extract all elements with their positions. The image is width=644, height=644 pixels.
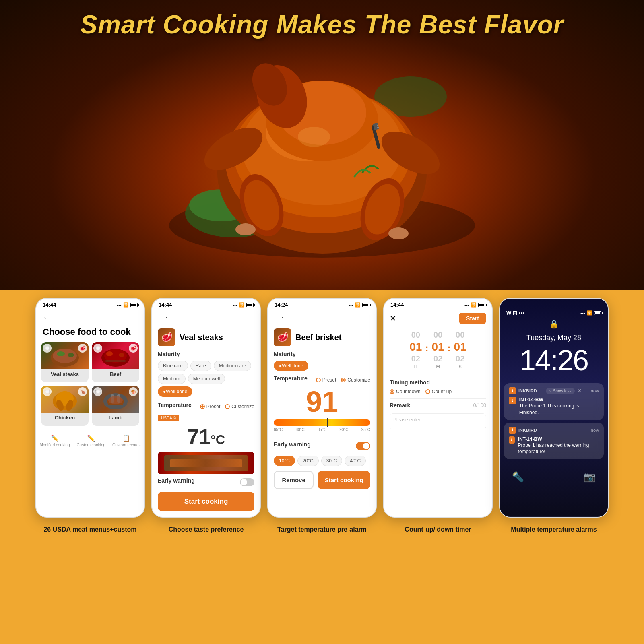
lamb-label: Lamb xyxy=(92,413,139,422)
phone5: WiFi ▪▪▪ ▪▪▪ 🛜 🔒 Tuesday, May 28 14:26 xyxy=(499,298,609,518)
flashlight-icon[interactable]: 🔦 xyxy=(512,471,524,483)
phone3: 14:24 ▪▪▪ 🛜 ← 🥩 Beef brisket Maturity ●W… xyxy=(267,298,377,518)
notification-1: 🌡 INKBIRD ∨ Show less ✕ now 🌡 INT-14-BW xyxy=(504,383,604,420)
phone3-food-header: 🥩 Beef brisket xyxy=(274,325,370,351)
phone2-early-label: Early warning xyxy=(158,477,195,484)
notif2-app-name: INT-14-BW xyxy=(518,436,599,442)
phone4-status-bar: 14:44 ▪▪▪ 🛜 xyxy=(384,299,492,310)
phone3-preset-label: Preset xyxy=(322,377,336,383)
veal-icon-left: 🍽️ xyxy=(43,344,52,353)
phone2-toggle[interactable] xyxy=(240,478,254,486)
phone2-temp-row: Temperature Preset Customize xyxy=(158,402,254,411)
phone3-big-temp: 91 xyxy=(274,387,370,416)
countup-option[interactable]: Count-up xyxy=(425,389,452,394)
phone2-customize-option[interactable]: Customize xyxy=(225,404,254,409)
colon2: : xyxy=(448,343,451,357)
phone4-close-button[interactable]: ✕ xyxy=(390,314,396,323)
notif1-app-icon: 🌡 xyxy=(509,397,516,404)
phone4-timing-method: Timing method Countdown Count-up xyxy=(390,379,486,394)
phone2-status-bar: 14:44 ▪▪▪ 🛜 xyxy=(152,299,260,310)
gauge-label-4: 90°C xyxy=(339,427,348,432)
maturity-medium[interactable]: Medium xyxy=(158,374,186,384)
notif1-show-less[interactable]: ∨ Show less xyxy=(546,388,574,394)
phone1-back-button[interactable]: ← xyxy=(36,310,144,325)
svg-point-29 xyxy=(68,353,74,357)
battery-icon4 xyxy=(478,303,485,307)
phone1-food-card-beef[interactable]: 🍽️ 🥩 Beef xyxy=(92,342,139,382)
gauge-label-1: 65°C xyxy=(274,427,283,432)
remark-input-placeholder[interactable]: Please enter xyxy=(390,413,486,429)
camera-icon[interactable]: 📷 xyxy=(584,471,596,483)
min-label: M xyxy=(436,364,440,369)
notif1-close[interactable]: ✕ xyxy=(577,388,582,394)
phone3-temp-row: Temperature Preset Customize xyxy=(274,375,370,385)
custom-icon: ✏️ xyxy=(87,434,95,442)
wifi-icon2: 🛜 xyxy=(239,302,245,308)
notif1-body: 🌡 INT-14-BW The Probe 1 This cooking is … xyxy=(509,397,599,416)
chip-40[interactable]: 40°C xyxy=(345,456,366,466)
beef-icon-left: 🍽️ xyxy=(93,344,102,353)
svg-point-14 xyxy=(235,223,256,235)
maturity-medium-well[interactable]: Medium well xyxy=(188,374,225,384)
phone2-start-cooking-button[interactable]: Start cooking xyxy=(158,492,254,511)
phone1-food-card-veal[interactable]: 🍽️ 🥩 Veal steaks xyxy=(41,342,89,382)
veal-icon-right: 🥩 xyxy=(78,344,87,353)
phone3-food-title: Beef brisket xyxy=(295,333,342,342)
maturity-blue-rare[interactable]: Blue rare xyxy=(158,361,188,371)
countdown-option[interactable]: Countdown xyxy=(390,389,421,394)
bottom-section: 14:44 ▪▪▪ 🛜 ← Choose food to cook 🍽️ xyxy=(0,290,644,546)
hero-title: Smart Cooking Makes The Best Flavor xyxy=(0,10,644,39)
sec-bot: 02 xyxy=(456,354,464,363)
phone3-preset-option[interactable]: Preset xyxy=(316,377,336,383)
phone2-back-button[interactable]: ← xyxy=(158,310,254,325)
hour-label: H xyxy=(414,364,417,369)
custom-cooking-tab[interactable]: ✏️ Custom cooking xyxy=(76,434,105,447)
signal-icon3: ▪▪▪ xyxy=(349,303,353,308)
phone3-status-bar: 14:24 ▪▪▪ 🛜 xyxy=(268,299,376,310)
phone3-remove-button[interactable]: Remove xyxy=(274,471,314,489)
beef-icon-right: 🥩 xyxy=(129,344,138,353)
phone2-time: 14:44 xyxy=(159,302,172,308)
min-mid: 01 xyxy=(431,341,444,353)
lock-icon: 🔒 xyxy=(500,319,608,329)
hour-top: 00 xyxy=(411,330,420,340)
gauge-labels: 65°C 80°C 85°C 90°C 95°C xyxy=(274,427,370,432)
colon1: : xyxy=(425,343,428,357)
phone3-back-button[interactable]: ← xyxy=(274,310,370,325)
maturity-medium-rare[interactable]: Medium rare xyxy=(214,361,251,371)
caption-2: Choose taste preference xyxy=(151,526,261,534)
phone3-preset-radio xyxy=(316,378,321,382)
phone3-toggle[interactable] xyxy=(356,442,370,450)
modified-cooking-tab[interactable]: ✏️ Modified cooking xyxy=(39,434,70,447)
notif1-time: now xyxy=(591,388,599,393)
phone3-start-button[interactable]: Start cooking xyxy=(318,471,370,489)
phone3-actions: Remove Start cooking xyxy=(274,471,370,489)
phone1-bottom-tabs: ✏️ Modified cooking ✏️ Custom cooking 📋 … xyxy=(36,431,144,449)
custom-records-tab[interactable]: 📋 Custom records xyxy=(112,434,141,447)
phone3-customize-option[interactable]: Customize xyxy=(341,377,370,383)
phone2-temp-value: 71°C xyxy=(187,425,225,448)
maturity-well-done[interactable]: ●Well done xyxy=(158,386,192,397)
chip-30[interactable]: 30°C xyxy=(321,456,343,466)
phone2-temp-number: 71 xyxy=(187,425,211,448)
gauge-label-3: 85°C xyxy=(318,427,326,432)
min-column: 00 01 02 M xyxy=(431,330,444,369)
svg-point-15 xyxy=(388,227,409,239)
phone2-early-warning: Early warning xyxy=(158,477,254,487)
notif2-header: 🌡 INKBIRD now xyxy=(509,427,599,434)
maturity-rare[interactable]: Rare xyxy=(190,361,211,371)
sec-label: S xyxy=(458,364,461,369)
veal-label: Veal steaks xyxy=(41,369,89,379)
phone2-preset-option[interactable]: Preset xyxy=(200,404,221,409)
phone4-timer-scroll[interactable]: 00 01 02 H : 00 01 02 M : xyxy=(390,330,486,369)
phone3-well-done-btn[interactable]: ●Well done xyxy=(274,361,308,371)
phone4-start-button[interactable]: Start xyxy=(459,313,486,324)
phone4-remark: Remark 0/100 Please enter xyxy=(390,402,486,429)
chip-20[interactable]: 20°C xyxy=(297,456,319,466)
phone1-food-card-lamb[interactable]: 🍽️ 🍖 Lamb xyxy=(92,386,139,426)
wifi-icon: 🛜 xyxy=(123,302,129,308)
phone1-food-card-chicken[interactable]: 🍽️ 🍗 Chicken xyxy=(41,386,89,426)
min-bot: 02 xyxy=(433,354,442,363)
chip-10[interactable]: 10°C xyxy=(274,456,295,466)
battery-icon xyxy=(130,303,138,307)
